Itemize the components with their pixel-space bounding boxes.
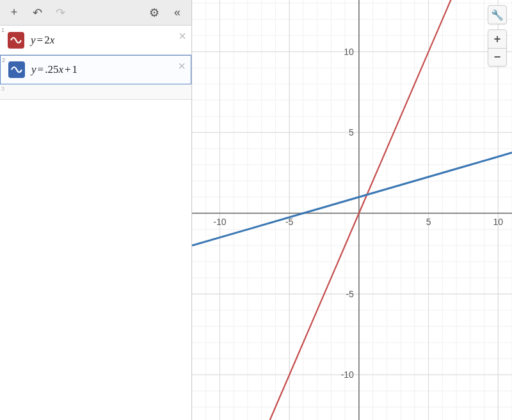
y-tick-label: -5 bbox=[346, 289, 354, 299]
redo-icon: ↷ bbox=[56, 6, 65, 20]
x-tick-label: 5 bbox=[426, 217, 431, 227]
y-tick-label: -10 bbox=[341, 369, 354, 380]
close-icon: × bbox=[178, 59, 186, 73]
wave-icon bbox=[10, 63, 23, 76]
settings-button[interactable]: ⚙ bbox=[144, 4, 164, 22]
undo-icon: ↶ bbox=[33, 6, 42, 20]
color-swatch[interactable] bbox=[8, 61, 25, 78]
plot-line[interactable] bbox=[192, 153, 512, 245]
row-index: 1 bbox=[0, 26, 6, 33]
redo-button[interactable]: ↷ bbox=[50, 4, 70, 22]
expression-input[interactable]: y=.25x+1 bbox=[30, 61, 191, 79]
expression-list: 1 y=2x × 2 y=.25x+1 bbox=[0, 26, 191, 420]
zoom-in-button[interactable]: + bbox=[488, 30, 506, 48]
x-tick-label: 10 bbox=[493, 217, 503, 227]
y-tick-label: 5 bbox=[349, 127, 354, 137]
wrench-icon: 🔧 bbox=[491, 9, 504, 21]
close-icon: × bbox=[179, 29, 186, 43]
expression-sidebar: + ↶ ↷ ⚙ « 1 y=2x × bbox=[0, 0, 192, 420]
zoom-out-button[interactable]: − bbox=[488, 48, 506, 66]
sidebar-toolbar: + ↶ ↷ ⚙ « bbox=[0, 0, 191, 26]
graph-settings-button[interactable]: 🔧 bbox=[488, 5, 507, 24]
graph-canvas[interactable]: -10-5510-10-5510 bbox=[192, 0, 512, 420]
row-index: 2 bbox=[1, 56, 7, 63]
plus-icon: + bbox=[11, 6, 18, 19]
y-tick-label: 10 bbox=[344, 47, 354, 57]
color-swatch[interactable] bbox=[8, 32, 24, 49]
expression-input[interactable]: y=2x bbox=[29, 31, 191, 49]
expression-row[interactable]: 2 y=.25x+1 × bbox=[0, 55, 191, 84]
zoom-control: + − bbox=[488, 29, 507, 66]
gear-icon: ⚙ bbox=[149, 6, 159, 20]
chevron-left-icon: « bbox=[174, 6, 180, 19]
collapse-sidebar-button[interactable]: « bbox=[167, 4, 188, 22]
x-tick-label: -10 bbox=[213, 217, 226, 227]
expression-row-empty[interactable]: 3 bbox=[0, 84, 191, 100]
delete-row-button[interactable]: × bbox=[178, 59, 186, 72]
row-index: 3 bbox=[0, 84, 6, 92]
delete-row-button[interactable]: × bbox=[179, 29, 186, 42]
undo-button[interactable]: ↶ bbox=[27, 4, 47, 22]
graph-panel[interactable]: -10-5510-10-5510 🔧 + − bbox=[192, 0, 512, 420]
wave-icon bbox=[10, 34, 22, 47]
add-expression-button[interactable]: + bbox=[4, 4, 24, 22]
expression-row[interactable]: 1 y=2x × bbox=[0, 26, 191, 55]
